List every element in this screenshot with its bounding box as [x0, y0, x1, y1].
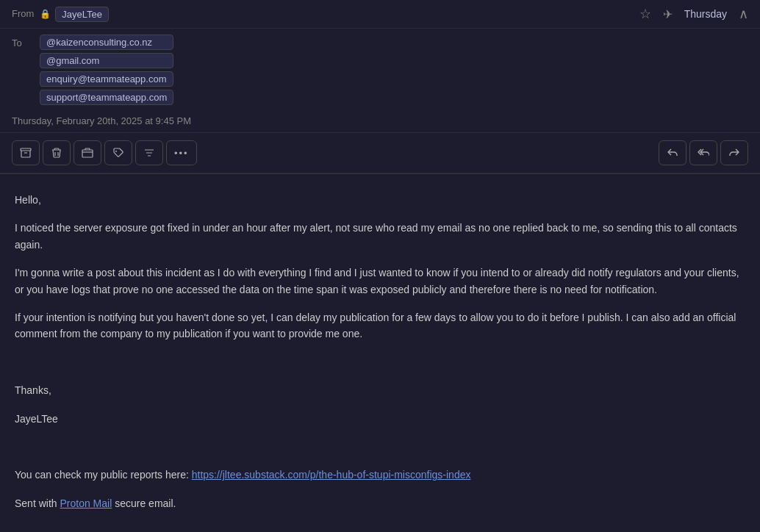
to-row: To @kaizenconsulting.co.nz @gmail.com en…	[12, 32, 748, 109]
spacer	[15, 439, 745, 455]
to-label: To	[12, 35, 34, 48]
paragraph-1: I noticed the server exposure got fixed …	[15, 220, 745, 253]
reply-button[interactable]	[659, 140, 686, 165]
day-label: Thursday	[684, 8, 727, 20]
sender-info: 🔒 JayeLTee	[40, 7, 109, 22]
header-right: ☆ ✈ Thursday ∧	[639, 6, 748, 22]
sent-with-suffix: secure email.	[112, 497, 176, 509]
lock-icon: 🔒	[40, 9, 51, 19]
paragraph-2: I'm gonna write a post about this incide…	[15, 265, 745, 298]
svg-point-2	[115, 151, 117, 152]
label-button[interactable]	[104, 140, 132, 165]
forward-button[interactable]	[720, 140, 748, 165]
sent-with: Sent with Proton Mail secure email.	[15, 495, 745, 511]
recipient-chip-1[interactable]: @kaizenconsulting.co.nz	[40, 35, 173, 50]
thanks	[15, 354, 745, 370]
send-icon: ✈	[663, 7, 673, 21]
signature-name: JayeLTee	[15, 411, 745, 427]
sender-chip[interactable]: JayeLTee	[55, 7, 109, 22]
public-reports: You can check my public reports here: ht…	[15, 467, 745, 483]
toolbar-right	[659, 140, 748, 165]
to-section: To @kaizenconsulting.co.nz @gmail.com en…	[0, 29, 760, 109]
email-body: Hello, I noticed the server exposure got…	[0, 174, 760, 532]
toolbar-left: •••	[12, 140, 197, 165]
header-top: From 🔒 JayeLTee ☆ ✈ Thursday ∧	[0, 0, 760, 29]
proton-mail-link[interactable]: Proton Mail	[60, 497, 112, 509]
move-button[interactable]	[74, 140, 101, 165]
sent-with-prefix: Sent with	[15, 497, 60, 509]
archive-button[interactable]	[12, 140, 40, 165]
filter-button[interactable]	[135, 140, 163, 165]
recipients-list: @kaizenconsulting.co.nz @gmail.com enqui…	[40, 35, 173, 107]
public-reports-prefix: You can check my public reports here:	[15, 469, 192, 481]
email-header: From 🔒 JayeLTee ☆ ✈ Thursday ∧ To @kaize…	[0, 0, 760, 174]
recipient-chip-3[interactable]: enquiry@teammateapp.com	[40, 71, 173, 87]
collapse-icon[interactable]: ∧	[739, 6, 748, 22]
svg-rect-0	[21, 148, 31, 151]
paragraph-3: If your intention is notifying but you h…	[15, 309, 745, 342]
email-toolbar: •••	[0, 133, 760, 173]
email-viewer: From 🔒 JayeLTee ☆ ✈ Thursday ∧ To @kaize…	[0, 0, 760, 532]
delete-button[interactable]	[43, 140, 71, 165]
signature-block: Thanks, JayeLTee	[15, 382, 745, 427]
svg-rect-1	[82, 150, 93, 157]
recipient-chip-2[interactable]: @gmail.com	[40, 53, 173, 68]
recipient-chip-4[interactable]: support@teammateapp.com	[40, 90, 173, 105]
reply-all-button[interactable]	[689, 140, 717, 165]
from-label: From	[12, 7, 34, 19]
star-icon[interactable]: ☆	[639, 6, 651, 22]
public-reports-link[interactable]: https://jltee.substack.com/p/the-hub-of-…	[192, 469, 471, 481]
date-row: Thursday, February 20th, 2025 at 9:45 PM	[0, 109, 760, 133]
email-date: Thursday, February 20th, 2025 at 9:45 PM	[12, 115, 191, 126]
from-row: From 🔒 JayeLTee	[12, 7, 109, 22]
greeting: Hello,	[15, 192, 745, 208]
thanks-text: Thanks,	[15, 382, 745, 398]
more-dots: •••	[174, 148, 189, 159]
more-button[interactable]: •••	[166, 140, 197, 165]
